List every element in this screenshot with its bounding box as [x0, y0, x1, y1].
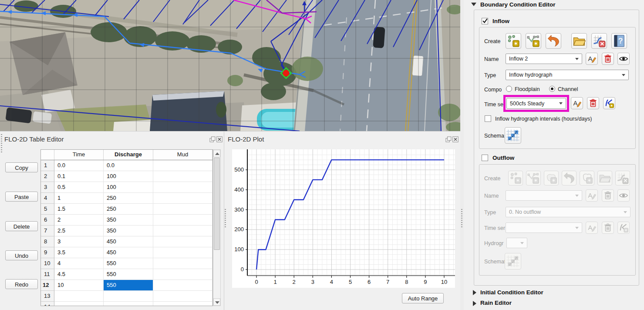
table-cell[interactable]: 0.5 — [54, 182, 104, 193]
table-cell[interactable]: 4.5 — [54, 269, 104, 280]
undo-button[interactable]: Undo — [5, 250, 38, 260]
row-header[interactable]: 5 — [41, 204, 54, 215]
delete-button[interactable]: Delete — [5, 221, 38, 231]
row-header[interactable]: 4 — [41, 193, 54, 204]
row-header[interactable]: 6 — [41, 215, 54, 226]
boundary-editor-title[interactable]: Boundary Condition Editor — [480, 1, 555, 8]
table-cell[interactable] — [153, 226, 212, 236]
close-panel-icon[interactable] — [216, 136, 223, 142]
table-cell[interactable]: 0.0 — [104, 160, 153, 171]
row-header[interactable]: 10 — [41, 258, 54, 269]
row-header[interactable]: 3 — [41, 182, 54, 193]
column-header-discharge[interactable]: Discharge — [104, 150, 153, 160]
table-cell[interactable] — [54, 291, 104, 302]
table-cell[interactable] — [54, 302, 104, 306]
table-cell[interactable]: 100 — [104, 182, 153, 193]
expand-triangle-icon[interactable] — [473, 301, 476, 306]
table-cell[interactable]: 350 — [104, 226, 153, 236]
close-panel-icon[interactable] — [452, 136, 459, 142]
row-header[interactable]: 14 — [41, 302, 54, 306]
help-button[interactable]: ? — [611, 33, 627, 49]
rename-inflow-button[interactable]: A — [586, 53, 598, 65]
scrollbar-up-icon[interactable] — [213, 150, 220, 157]
floodplain-radio-label[interactable]: Floodplain — [515, 86, 540, 92]
table-cell[interactable]: 1 — [54, 193, 104, 204]
delete-timeseries-button[interactable] — [587, 97, 599, 109]
table-cell[interactable] — [153, 247, 212, 258]
table-cell[interactable] — [153, 204, 212, 215]
rain-editor-section[interactable]: Rain Editor — [480, 300, 512, 306]
channel-radio[interactable] — [549, 86, 555, 92]
paste-button[interactable]: Paste — [5, 192, 38, 202]
table-cell[interactable]: 550 — [104, 269, 153, 280]
table-cell[interactable]: 0.0 — [54, 160, 104, 171]
table-cell[interactable]: 550 — [104, 258, 153, 269]
table-cell[interactable]: 2.5 — [54, 226, 104, 236]
table-cell[interactable]: 350 — [104, 215, 153, 226]
table-cell[interactable] — [153, 182, 212, 193]
map-canvas[interactable] — [0, 0, 460, 131]
table-cell[interactable]: 10 — [54, 280, 104, 291]
table-cell[interactable] — [153, 269, 212, 280]
table-cell[interactable]: 250 — [104, 193, 153, 204]
copy-button[interactable]: Copy — [5, 162, 38, 172]
collapse-triangle-icon[interactable] — [471, 3, 476, 6]
row-header[interactable]: 12 — [41, 280, 54, 291]
schematize-inflow-button[interactable] — [505, 127, 521, 144]
row-header[interactable]: 1 — [41, 160, 54, 171]
create-point-bc-button[interactable]: ✶ — [506, 33, 521, 49]
table-cell[interactable]: 4 — [54, 258, 104, 269]
table-cell[interactable]: 550 — [104, 280, 153, 291]
vertical-splitter-table-plot[interactable] — [224, 131, 224, 310]
splitter-handle-dots[interactable] — [461, 209, 462, 227]
row-header[interactable]: 8 — [41, 236, 54, 247]
row-header[interactable]: 9 — [41, 247, 54, 258]
intervals-label[interactable]: Inflow hydrograph intervals (hours/days) — [495, 116, 592, 122]
table-cell[interactable] — [153, 215, 212, 226]
table-cell[interactable] — [104, 291, 153, 302]
table-cell[interactable]: 0.1 — [54, 171, 104, 182]
channel-radio-label[interactable]: Channel — [558, 86, 578, 92]
table-corner-header[interactable] — [41, 150, 54, 160]
table-cell[interactable]: 2 — [54, 215, 104, 226]
initial-condition-editor-section[interactable]: Initial Condition Editor — [480, 289, 543, 296]
redo-button[interactable]: Redo — [5, 279, 38, 289]
table-cell[interactable] — [153, 280, 212, 291]
inflow-name-select[interactable]: Inflow 2 — [506, 54, 582, 64]
table-cell[interactable] — [153, 171, 212, 182]
rename-timeseries-button[interactable]: A — [571, 97, 583, 109]
inflow-checkbox[interactable] — [482, 18, 488, 24]
floodplain-radio[interactable] — [506, 86, 512, 92]
column-header-mud[interactable]: Mud — [153, 150, 212, 160]
table-scrollbar[interactable] — [213, 149, 221, 306]
revert-changes-button[interactable] — [546, 33, 561, 49]
float-panel-icon[interactable] — [209, 136, 216, 142]
expand-triangle-icon[interactable] — [473, 290, 476, 295]
auto-range-button[interactable]: Auto Range — [402, 293, 444, 303]
time-series-select[interactable]: 500cfs Steady — [506, 98, 566, 109]
open-folder-button[interactable] — [571, 33, 587, 49]
delete-schematized-button[interactable]: ✕ — [591, 33, 607, 49]
add-timeseries-button[interactable]: ✶ — [603, 97, 615, 109]
scrollbar-down-icon[interactable] — [213, 298, 220, 306]
float-panel-icon[interactable] — [445, 136, 452, 142]
row-header[interactable]: 11 — [41, 269, 54, 280]
intervals-checkbox[interactable] — [485, 115, 491, 122]
outflow-checkbox[interactable] — [482, 155, 488, 161]
table-cell[interactable]: 3 — [54, 236, 104, 247]
splitter-handle-dots[interactable] — [225, 209, 226, 227]
scrollbar-thumb[interactable] — [214, 158, 220, 250]
row-header[interactable]: 7 — [41, 226, 54, 236]
table-cell[interactable]: 450 — [104, 236, 153, 247]
inflow-type-select[interactable]: Inflow hydrograph — [506, 70, 629, 80]
vertical-splitter-right[interactable] — [460, 0, 464, 310]
table-cell[interactable]: 1.5 — [54, 204, 104, 215]
table-cell[interactable]: 3.5 — [54, 247, 104, 258]
table-cell[interactable] — [153, 193, 212, 204]
panel-drag-handle[interactable] — [1, 134, 2, 152]
table-cell[interactable] — [153, 236, 212, 247]
table-cell[interactable] — [153, 160, 212, 171]
row-header[interactable]: 2 — [41, 171, 54, 182]
table-cell[interactable]: 250 — [104, 204, 153, 215]
create-line-bc-button[interactable]: ✶ — [526, 33, 541, 49]
